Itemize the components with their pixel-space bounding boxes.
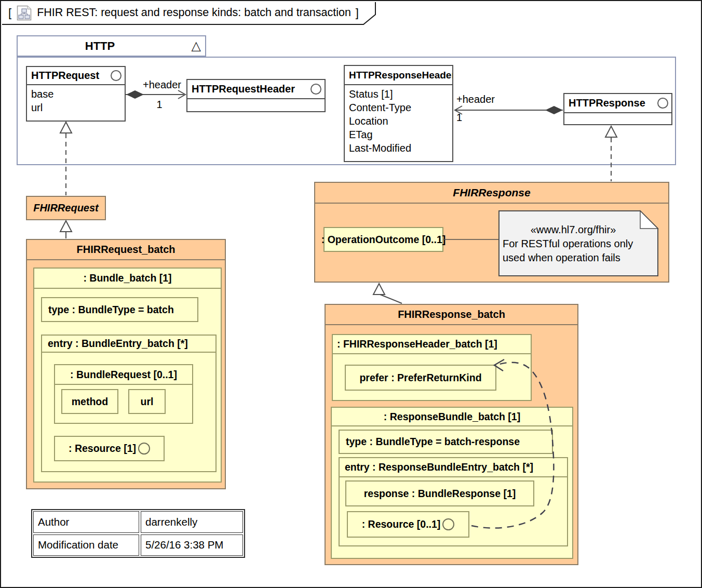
property-response-bundleresponse[interactable]: response : BundleResponse [1] <box>345 480 534 506</box>
note-comment[interactable]: «www.hl7.org/fhir» For RESTful operation… <box>499 211 658 276</box>
class-fhirrequest[interactable]: FHIRRequest <box>26 196 106 220</box>
diagram-frame-tab[interactable]: [ FHIR REST: request and response kinds:… <box>1 1 376 24</box>
attribute-etag[interactable]: ETag <box>349 128 448 141</box>
property-title: : ResponseBundle_batch [1] <box>332 408 572 426</box>
interface-ball-icon <box>310 84 321 95</box>
property-title: : BundleRequest [0..1] <box>55 365 192 385</box>
interface-ball-icon <box>138 443 150 455</box>
info-label-author: Author <box>33 511 139 533</box>
interface-ball-icon <box>657 98 668 109</box>
association-multiplicity[interactable]: 1 <box>152 99 167 111</box>
class-name: FHIRRequest_batch <box>27 240 225 260</box>
info-value-author: darrenkelly <box>141 511 243 533</box>
note-line: used when operation fails <box>499 251 658 265</box>
class-name: HTTPRequestHeader <box>192 83 295 95</box>
interface-ball-icon <box>442 518 454 530</box>
attribute-list: Status [1] Content-Type Location ETag La… <box>345 85 452 157</box>
class-httpresponseheader[interactable]: HTTPResponseHeader Status [1] Content-Ty… <box>344 65 453 162</box>
attribute-url[interactable]: url <box>31 101 120 114</box>
frame-bracket-close: ] <box>356 6 359 20</box>
package-http-tab[interactable]: HTTP △ <box>17 35 206 57</box>
class-title: HTTPRequest <box>27 67 125 85</box>
diagram-canvas: [ FHIR REST: request and response kinds:… <box>0 0 702 588</box>
property-prefer[interactable]: prefer : PreferReturnKind <box>345 365 496 391</box>
attribute-location[interactable]: Location <box>349 114 448 128</box>
package-name: HTTP <box>85 39 115 53</box>
diagram-info-table[interactable]: Author darrenkelly Modification date 5/2… <box>31 509 245 558</box>
property-title: entry : BundleEntry_batch [*] <box>42 336 215 353</box>
generalization-fhirresponsebatch-fhirresponse[interactable] <box>373 284 402 303</box>
property-title: : FHIRResponseHeader_batch [1] <box>333 335 531 354</box>
property-title: entry : ResponseBundleEntry_batch [*] <box>340 458 567 477</box>
property-method[interactable]: method <box>61 389 118 414</box>
triangle-indicator-icon[interactable]: △ <box>192 38 201 53</box>
info-value-modification-date: 5/26/16 3:38 PM <box>141 534 243 556</box>
attribute-base[interactable]: base <box>31 87 120 101</box>
diagram-kind-icon <box>16 5 32 21</box>
association-role-label[interactable]: +header <box>140 79 184 91</box>
class-name: HTTPRequest <box>31 70 99 82</box>
class-httprequestheader[interactable]: HTTPRequestHeader <box>186 79 326 112</box>
property-title: : Resource [0..1] <box>362 518 441 530</box>
class-title: HTTPRequestHeader <box>187 80 325 99</box>
class-name: FHIRResponse_batch <box>326 305 577 325</box>
class-name: FHIRRequest <box>33 202 99 214</box>
property-url[interactable]: url <box>128 389 166 414</box>
note-line: For RESTful operations only <box>499 237 658 251</box>
class-name: HTTPResponse <box>569 97 645 109</box>
property-title: : Resource [1] <box>69 443 136 455</box>
generalization-triangle-icon <box>373 284 385 295</box>
attribute-last-modified[interactable]: Last-Modified <box>349 141 448 155</box>
class-title: HTTPResponseHeader <box>345 66 452 85</box>
property-operationoutcome[interactable]: : OperationOutcome [0..1] <box>323 227 443 252</box>
class-httprequest[interactable]: HTTPRequest base url <box>26 66 126 122</box>
property-resource[interactable]: : Resource [1] <box>54 436 165 461</box>
generalization-fhirrequestbatch-fhirrequest[interactable] <box>60 221 72 238</box>
class-httpresponse[interactable]: HTTPResponse <box>563 93 672 125</box>
class-name: HTTPResponseHeader <box>349 70 452 81</box>
attribute-status[interactable]: Status [1] <box>349 87 448 101</box>
attribute-list: base url <box>27 85 125 116</box>
property-type-bundletype-batch-response[interactable]: type : BundleType = batch-response <box>339 430 553 454</box>
attribute-content-type[interactable]: Content-Type <box>349 101 448 114</box>
info-label-modification-date: Modification date <box>33 534 139 556</box>
property-title: : Bundle_batch [1] <box>34 269 221 289</box>
association-multiplicity[interactable]: 1 <box>456 112 472 124</box>
class-name: FHIRResponse <box>315 183 668 204</box>
class-title: HTTPResponse <box>564 94 671 113</box>
property-type-bundletype-batch[interactable]: type : BundleType = batch <box>41 297 198 322</box>
property-resource-optional[interactable]: : Resource [0..1] <box>347 511 469 538</box>
association-role-label[interactable]: +header <box>456 93 503 105</box>
note-stereotype: «www.hl7.org/fhir» <box>499 223 658 237</box>
interface-ball-icon <box>111 70 122 81</box>
generalization-triangle-icon <box>60 221 72 232</box>
frame-title: FHIR REST: request and response kinds: b… <box>37 6 351 19</box>
frame-bracket-open: [ <box>8 6 11 20</box>
